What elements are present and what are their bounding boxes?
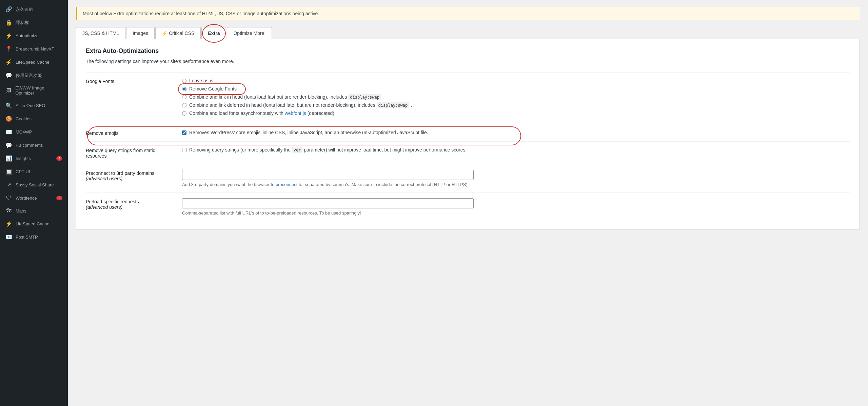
preload-input[interactable]: [182, 198, 474, 208]
sidebar-item-cookies[interactable]: 🍪 Cookies: [0, 112, 68, 125]
seo-icon: 🔍: [5, 102, 12, 109]
google-fonts-content: Leave as is Remove Google Fonts Combine …: [182, 78, 850, 119]
main-content: Most of below Extra optimizations requir…: [68, 0, 868, 406]
sidebar-item-label: Maps: [16, 208, 26, 214]
radio-leave-as-is-label: Leave as is: [189, 78, 213, 83]
sidebar-item-stopcomments[interactable]: 💬 停用留言功能: [0, 69, 68, 82]
remove-query-strings-content: Removing query strings (or more specific…: [182, 147, 850, 153]
sidebar-item-autoptimize[interactable]: ⚡ Autoptimize: [0, 29, 68, 42]
tab-jscsshtml[interactable]: JS, CSS & HTML: [76, 27, 125, 39]
sidebar-item-ewww[interactable]: 🖼 EWWW Image Optimizer: [0, 82, 68, 99]
preload-row: Preload specific requests (advanced user…: [86, 192, 850, 221]
tab-images[interactable]: Images: [126, 27, 155, 39]
checkbox-remove-emojis-desc: Removes WordPress' core emojis' inline C…: [189, 130, 428, 135]
permalinks-icon: 🔗: [5, 6, 12, 13]
preconnect-row: Preconnect to 3rd party domains (advance…: [86, 164, 850, 192]
radio-combine-defer[interactable]: Combine and link deferred in head (fonts…: [182, 102, 850, 108]
sidebar-item-label: 隱私権: [16, 20, 29, 26]
radio-remove-google-fonts[interactable]: Remove Google Fonts: [182, 86, 850, 92]
radio-leave-as-is[interactable]: Leave as is: [182, 78, 850, 83]
sidebar-item-insights[interactable]: 📊 Insights 4: [0, 152, 68, 165]
sidebar-item-breadcrumb[interactable]: 📍 Breadcrumb NavXT: [0, 42, 68, 56]
warning-text: Most of below Extra optimizations requir…: [83, 11, 319, 16]
preload-label: Preload specific requests (advanced user…: [86, 198, 174, 210]
sidebar-item-label: LiteSpeed Cache: [16, 221, 50, 226]
litespeed2-icon: ⚡: [5, 221, 12, 227]
preload-desc: Comma-separated list with full URL's of …: [182, 210, 850, 216]
radio-combine-defer-input[interactable]: [182, 103, 186, 107]
radio-combine-async-input[interactable]: [182, 111, 186, 116]
preconnect-label: Preconnect to 3rd party domains (advance…: [86, 170, 174, 181]
sassysocialshare-icon: ↗: [5, 182, 12, 188]
preconnect-input[interactable]: [182, 170, 474, 180]
radio-combine-defer-label: Combine and link deferred in head (fonts…: [189, 102, 412, 108]
content-panel: Extra Auto-Optimizations The following s…: [76, 39, 860, 229]
sidebar-item-sassysocialshare[interactable]: ↗ Sassy Social Share: [0, 178, 68, 191]
sidebar-item-allinoneseo[interactable]: 🔍 All in One SEO: [0, 99, 68, 112]
webfont-link[interactable]: webfont.js: [285, 110, 306, 116]
maps-icon: 🗺: [5, 208, 12, 214]
tab-optimizemore[interactable]: Optimize More!: [227, 27, 272, 39]
sidebar-item-wordfence[interactable]: 🛡 Wordfence 2: [0, 191, 68, 204]
sidebar-item-label: Insights: [16, 156, 31, 161]
radio-combine-head[interactable]: Combine and link in head (fonts load fas…: [182, 94, 850, 100]
postsmtp-icon: 📧: [5, 234, 12, 240]
sidebar-item-permalinks[interactable]: 🔗 永久連結: [0, 3, 68, 16]
sidebar-item-label: 停用留言功能: [16, 73, 42, 79]
sidebar-item-label: Wordfence: [16, 196, 37, 201]
sidebar-item-litespeed[interactable]: ⚡ LiteSpeed Cache: [0, 56, 68, 69]
radio-remove-google-fonts-input[interactable]: [182, 87, 186, 91]
sidebar-item-litespeed2[interactable]: ⚡ LiteSpeed Cache: [0, 217, 68, 230]
checkbox-remove-query-strings[interactable]: Removing query strings (or more specific…: [182, 147, 850, 153]
preconnect-content: Add 3rd party domains you want the brows…: [182, 170, 850, 187]
panel-description: The following settings can improve your …: [86, 59, 850, 64]
tabs-bar: JS, CSS & HTML Images ⚡ Critical CSS Ext…: [76, 27, 860, 39]
sidebar-item-postsmtp[interactable]: 📧 Post SMTP: [0, 230, 68, 244]
radio-remove-google-fonts-label: Remove Google Fonts: [189, 86, 237, 92]
litespeed-icon: ⚡: [5, 59, 12, 65]
panel-title: Extra Auto-Optimizations: [86, 47, 850, 55]
remove-emojis-row: Remove emojis Removes WordPress' core em…: [86, 124, 850, 141]
sidebar-item-label: EWWW Image Optimizer: [15, 85, 62, 96]
sidebar-item-mc4wp[interactable]: ✉️ MC4WP: [0, 125, 68, 139]
insights-badge: 4: [56, 156, 62, 161]
breadcrumb-icon: 📍: [5, 46, 12, 52]
remove-emojis-label: Remove emojis: [86, 130, 174, 136]
radio-combine-async[interactable]: Combine and load fonts asynchronously wi…: [182, 110, 850, 116]
preload-content: Comma-separated list with full URL's of …: [182, 198, 850, 216]
sidebar-item-label: CPT UI: [16, 169, 30, 174]
preconnect-desc: Add 3rd party domains you want the brows…: [182, 182, 850, 187]
sidebar-item-fbcomments[interactable]: 💬 FB comments: [0, 139, 68, 152]
checkbox-remove-emojis[interactable]: Removes WordPress' core emojis' inline C…: [182, 130, 850, 135]
code-display-swap-1: display:swap: [348, 94, 381, 100]
remove-emojis-content: Removes WordPress' core emojis' inline C…: [182, 130, 850, 135]
radio-combine-head-input[interactable]: [182, 95, 186, 99]
remove-fonts-wrap: Remove Google Fonts: [182, 86, 237, 92]
sidebar-item-privacy[interactable]: 🔒 隱私権: [0, 16, 68, 29]
sidebar-item-label: FB comments: [16, 143, 43, 148]
sidebar-item-label: Sassy Social Share: [16, 182, 54, 187]
tab-extra[interactable]: Extra: [201, 27, 226, 39]
google-fonts-label: Google Fonts: [86, 78, 174, 84]
checkbox-remove-query-strings-input[interactable]: [182, 148, 186, 152]
sidebar: 🔗 永久連結 🔒 隱私権 ⚡ Autoptimize 📍 Breadcrumb …: [0, 0, 68, 406]
checkbox-remove-emojis-input[interactable]: [182, 130, 186, 135]
cookies-icon: 🍪: [5, 116, 12, 122]
checkbox-remove-query-strings-desc: Removing query strings (or more specific…: [189, 147, 467, 153]
sidebar-item-label: MC4WP: [16, 129, 32, 135]
sidebar-item-label: 永久連結: [16, 6, 33, 13]
google-fonts-row: Google Fonts Leave as is Remove Google F…: [86, 72, 850, 124]
sidebar-item-label: Post SMTP: [16, 235, 38, 240]
wordfence-icon: 🛡: [5, 195, 12, 201]
remove-query-strings-label: Remove query strings from static resourc…: [86, 147, 174, 159]
wordfence-badge: 2: [56, 196, 62, 200]
fbcomments-icon: 💬: [5, 142, 12, 148]
cptui-icon: 🔲: [5, 168, 12, 175]
radio-leave-as-is-input[interactable]: [182, 79, 186, 83]
tab-criticalcss[interactable]: ⚡ Critical CSS: [155, 27, 201, 39]
warning-banner: Most of below Extra optimizations requir…: [76, 7, 860, 20]
radio-combine-head-label: Combine and link in head (fonts load fas…: [189, 94, 384, 100]
sidebar-item-cptui[interactable]: 🔲 CPT UI: [0, 165, 68, 178]
sidebar-item-maps[interactable]: 🗺 Maps: [0, 204, 68, 217]
preconnect-link[interactable]: preconnect: [276, 182, 297, 187]
